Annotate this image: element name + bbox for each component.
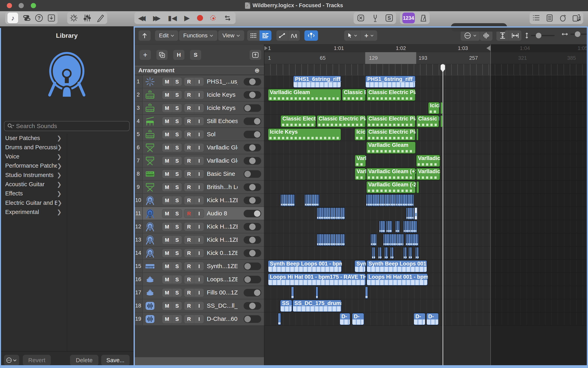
track-on-off-toggle[interactable]	[244, 210, 261, 217]
midi-region[interactable]: Classic Electric Piano	[366, 128, 416, 141]
solo-mode-button[interactable]: S	[386, 14, 393, 22]
track-name[interactable]: Kick H...1ZE 01	[207, 233, 237, 246]
tuner-button[interactable]	[371, 14, 379, 22]
solo-button[interactable]: S	[172, 77, 182, 86]
record-enable-button[interactable]: R	[184, 302, 194, 310]
audio-sliver-region[interactable]	[291, 286, 294, 299]
record-enable-button[interactable]: R	[184, 91, 194, 99]
flex-button[interactable]	[288, 30, 300, 41]
midi-region[interactable]: Varlladic Gleam	[366, 141, 416, 154]
track-row-9[interactable]: 9 M S R IBritish...h Lead	[134, 181, 264, 194]
track-row-1[interactable]: 1 M S R IPHS1_...us_C_1	[134, 75, 264, 88]
audio-region[interactable]: D-	[426, 313, 439, 325]
hide-tracks-button[interactable]: H	[173, 50, 184, 60]
midi-region[interactable]: Classic Electric Piano	[317, 115, 366, 128]
library-action-menu-button[interactable]	[4, 355, 19, 366]
sliced-audio-region[interactable]	[384, 247, 388, 259]
track-on-off-toggle[interactable]	[244, 276, 261, 283]
note-pads-button[interactable]	[546, 14, 554, 22]
track-name[interactable]: British...h Lead	[207, 181, 237, 193]
track-on-off-toggle[interactable]	[244, 157, 261, 165]
track-on-off-toggle[interactable]	[244, 144, 261, 151]
midi-region[interactable]: Varlladic	[416, 155, 440, 167]
mute-button[interactable]: M	[162, 104, 172, 112]
track-name[interactable]: Kick H...1ZE 01	[207, 220, 237, 233]
input-monitor-button[interactable]: I	[194, 143, 204, 152]
selected-slice-region[interactable]	[414, 207, 417, 220]
edit-menu[interactable]: Edit	[155, 30, 178, 41]
track-name[interactable]: Synth...1ZE 01	[207, 260, 237, 273]
audio-sliver-region[interactable]	[316, 286, 318, 299]
solo-button[interactable]: S	[172, 183, 182, 192]
sliced-audio-region[interactable]	[395, 221, 400, 233]
audio-region[interactable]: PHS1_6string_riff_150	[293, 75, 341, 88]
midi-region[interactable]: Classic El	[416, 115, 439, 128]
input-monitor-button[interactable]: I	[194, 183, 204, 192]
delete-button[interactable]: Delete	[70, 355, 98, 366]
solo-button[interactable]: S	[172, 262, 182, 271]
audio-region[interactable]: Synth Beep Loops 001 - bp	[366, 260, 427, 273]
audio-region[interactable]: D-	[352, 313, 364, 325]
input-monitor-button[interactable]: I	[194, 315, 204, 323]
toolbar-toggle-button[interactable]	[47, 14, 55, 22]
loop-browser-button[interactable]	[559, 14, 567, 22]
input-monitor-button[interactable]: I	[194, 222, 204, 231]
record-enable-button[interactable]: R	[184, 196, 194, 205]
library-item-electric-guitar-and-b[interactable]: Electric Guitar and B...❯	[0, 198, 67, 207]
input-monitor-button[interactable]: I	[194, 262, 204, 271]
library-item-effects[interactable]: Effects❯	[0, 189, 67, 198]
track-on-off-toggle[interactable]	[244, 223, 261, 230]
catch-playhead-button[interactable]	[304, 30, 318, 41]
solo-button[interactable]: S	[172, 156, 182, 165]
library-item-user-patches[interactable]: User Patches❯	[0, 133, 67, 143]
midi-region[interactable]	[416, 181, 419, 193]
quick-help-button[interactable]: ?	[35, 14, 43, 22]
mute-button[interactable]: M	[162, 156, 172, 165]
track-row-5[interactable]: 5 M S R ISol	[134, 128, 264, 141]
track-row-19[interactable]: 19 M S R ID-Char...60bpm	[134, 313, 264, 326]
track-on-off-toggle[interactable]	[244, 170, 261, 178]
sliced-audio-region[interactable]	[366, 194, 414, 207]
sliced-audio-region[interactable]	[280, 194, 295, 207]
mute-button[interactable]: M	[162, 170, 172, 178]
mute-button[interactable]: M	[162, 143, 172, 152]
zoom-button[interactable]	[31, 3, 36, 8]
track-row-12[interactable]: 12 M S R IKick H...1ZE 01	[134, 220, 264, 233]
sliced-audio-region[interactable]	[386, 221, 392, 233]
mute-button[interactable]: M	[162, 77, 172, 86]
track-name[interactable]: SS_DC...ll_fear	[207, 299, 237, 312]
inspector-toggle-button[interactable]	[23, 14, 31, 22]
arrangement-add-icon[interactable]: ⊕	[255, 67, 260, 74]
sliced-audio-region[interactable]	[379, 221, 385, 233]
library-toggle-button[interactable]: ♪	[7, 13, 18, 23]
solo-button[interactable]: S	[172, 117, 182, 126]
solo-button[interactable]: S	[172, 91, 182, 99]
grid-view-button[interactable]	[247, 30, 259, 41]
master-stack-button[interactable]: S	[190, 50, 201, 60]
record-enable-button[interactable]: R	[184, 77, 194, 86]
track-name[interactable]: Varlladic Gleam	[207, 154, 237, 167]
solo-button[interactable]: S	[172, 196, 182, 205]
playhead-marker[interactable]	[441, 64, 445, 72]
header-timeline-divider[interactable]	[264, 44, 264, 366]
record-enable-button[interactable]: R	[184, 209, 194, 218]
midi-region[interactable]: Varlladic Gleam (+12)	[366, 168, 416, 180]
revert-button[interactable]: Revert	[23, 355, 51, 366]
midi-region[interactable]: Icicl	[354, 128, 366, 141]
track-on-off-toggle[interactable]	[244, 184, 261, 191]
mute-button[interactable]: M	[162, 91, 172, 99]
track-row-10[interactable]: 10 M S R IKick H...1ZE 01	[134, 194, 264, 207]
midi-region[interactable]: Varlladic	[416, 168, 440, 180]
record-enable-button[interactable]: R	[184, 156, 194, 165]
record-enable-button[interactable]: R	[184, 170, 194, 178]
sliced-audio-region[interactable]	[403, 247, 407, 259]
track-name[interactable]: Loops...1ZE 01	[207, 273, 237, 286]
cycle-button[interactable]	[223, 14, 232, 22]
midi-region[interactable]: Icicl	[428, 102, 440, 114]
save-button[interactable]: Save...	[101, 355, 130, 366]
smart-controls-button[interactable]	[70, 14, 78, 22]
record-enable-button[interactable]: R	[184, 117, 194, 126]
mixer-button[interactable]	[83, 14, 91, 22]
input-monitor-button[interactable]: I	[194, 91, 204, 99]
audio-region[interactable]: SS_DC_175_drums_fu	[292, 300, 341, 312]
